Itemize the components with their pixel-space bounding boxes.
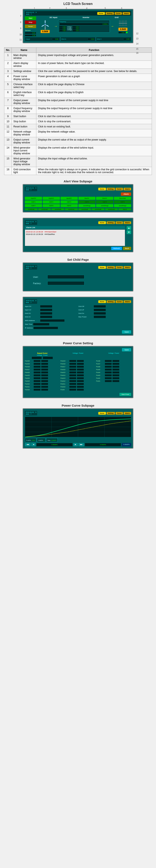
pcs-input-p-point11[interactable] xyxy=(77,383,84,385)
alert-btn-busov[interactable]: BusOV xyxy=(79,197,96,200)
alert-btn-igbt6[interactable]: IGBT6 xyxy=(114,200,131,204)
pcs-input-p-point17[interactable] xyxy=(77,366,84,368)
pcs-input-p-point10[interactable] xyxy=(77,386,84,388)
alert-bottom-btn-alarm3[interactable]: Alarm3 xyxy=(119,208,131,210)
alert-btn-igbt4[interactable]: IGBT4 xyxy=(79,200,96,204)
pcs-input-v-point5[interactable] xyxy=(105,368,112,371)
alert-log-tab-home[interactable]: Home xyxy=(98,221,106,224)
pcs-subpage-tabs[interactable]: Home Setting Curve Alarm xyxy=(98,412,131,414)
ip-field[interactable] xyxy=(33,327,58,329)
pcs-input-v-point21[interactable] xyxy=(33,386,41,388)
settings-sub-tabs[interactable]: Home Setting Curve Alarm xyxy=(98,300,131,303)
pcs-input-p-point30[interactable] xyxy=(41,360,48,362)
settings-tab-curve[interactable]: Curve xyxy=(116,300,123,303)
alert-bottom-btn-something7[interactable]: something7 xyxy=(65,208,77,210)
curve-btn-2[interactable]: ◀ xyxy=(31,443,36,446)
alert-btn-busuv[interactable]: BusUV xyxy=(96,197,113,200)
pcs-input-p-point13[interactable] xyxy=(77,377,84,379)
pcs-input-p-point7[interactable] xyxy=(112,363,120,365)
reset-button[interactable]: Reset xyxy=(25,25,36,28)
pcs-input-v-point8[interactable] xyxy=(105,360,112,362)
alert-btn-igbt3[interactable]: IGBT3 xyxy=(61,200,78,204)
ams-field[interactable] xyxy=(40,319,65,322)
pcs-input-v-point12[interactable] xyxy=(69,380,76,382)
settings-tab-setting[interactable]: Setting xyxy=(106,300,115,303)
curve-btn-1[interactable]: ◀◀ xyxy=(25,443,31,446)
alert-btn-something3[interactable]: something3 xyxy=(114,204,131,207)
pcs-input-p-point21[interactable] xyxy=(41,386,48,388)
alert-btn-something1[interactable]: something1 xyxy=(79,204,96,207)
pcs-input-p-point27[interactable] xyxy=(41,368,48,371)
start-point-btn[interactable]: Start Point xyxy=(120,393,131,396)
pcs-input-v-point1[interactable] xyxy=(105,380,112,382)
user-input[interactable] xyxy=(48,275,84,279)
pcs-input-p-point20[interactable] xyxy=(41,389,48,391)
alert-tab-setting[interactable]: Setting xyxy=(106,188,115,190)
alert-bottom-btn-something9[interactable]: something9 xyxy=(92,208,104,210)
pcs-input-p-point4[interactable] xyxy=(112,371,120,374)
pcs-input-p-point22[interactable] xyxy=(41,383,48,385)
pcs-input-v-point26[interactable] xyxy=(33,371,41,374)
nav-tabs-lcd[interactable]: Home Setting Curve Alarm xyxy=(97,12,130,15)
alert-bottom-btn-something4[interactable]: something4 xyxy=(25,208,37,210)
pcs-input-p-point12[interactable] xyxy=(77,380,84,382)
rated-power-input[interactable] xyxy=(43,356,53,359)
alarm-dismiss-btn[interactable]: Alarm xyxy=(121,192,131,196)
pcs-input-p-point25[interactable] xyxy=(41,374,48,376)
grid-uf-field[interactable] xyxy=(94,309,106,311)
pcs-input-p-point15[interactable] xyxy=(77,371,84,374)
pcs-input-v-point25[interactable] xyxy=(33,374,41,376)
scroll-up-btn[interactable]: ▲ xyxy=(127,226,131,230)
curve-btn-3[interactable]: ▶ xyxy=(73,443,78,446)
save-btn[interactable]: Save xyxy=(122,330,131,334)
pcs-input-p-point29[interactable] xyxy=(41,363,48,365)
alert-log-nav-tabs[interactable]: Home Setting Curve Alarm xyxy=(98,221,131,224)
grid-uv-field[interactable] xyxy=(40,315,52,318)
alert-log-tab-curve[interactable]: Curve xyxy=(116,221,123,224)
alert-btn-igbt5[interactable]: IGBT5 xyxy=(96,200,113,204)
pcs-input-v-point13[interactable] xyxy=(69,377,76,379)
alert-btn-inputov[interactable]: InputOV xyxy=(25,197,42,200)
pcs-tab-home[interactable]: Home xyxy=(98,412,106,414)
pcs-input-p-point5[interactable] xyxy=(112,368,120,371)
pcs-input-v-point11[interactable] xyxy=(69,383,76,385)
pcs-input-v-point3[interactable] xyxy=(105,374,112,376)
factory-input[interactable] xyxy=(48,281,84,285)
curve-btn-4[interactable]: ▶▶ xyxy=(79,443,84,446)
alert-nav-tabs[interactable]: Home Setting Curve Alarm xyxy=(98,188,131,190)
pcs-input-p-point6[interactable] xyxy=(112,366,120,368)
nav-tab-home[interactable]: Home xyxy=(97,12,105,15)
nav-tab-setting[interactable]: Setting xyxy=(105,12,114,15)
pcs-input-v-point15[interactable] xyxy=(69,371,76,374)
pcs-input-p-point19[interactable] xyxy=(77,360,84,362)
pcs-input-p-point9[interactable] xyxy=(77,389,84,391)
pcs-input-p-point3[interactable] xyxy=(112,374,120,376)
alert-tab-home[interactable]: Home xyxy=(98,188,106,190)
pcs-input-v-point4[interactable] xyxy=(105,371,112,374)
pcs-input-p-point18[interactable] xyxy=(77,363,84,365)
alert-tab-alarm[interactable]: Alarm xyxy=(124,188,131,190)
pcs-tab-alarm[interactable]: Alarm xyxy=(124,412,131,414)
alert-log-tab-setting[interactable]: Setting xyxy=(106,221,115,224)
pcs-tab-curve[interactable]: Curve xyxy=(116,412,123,414)
pcs-input-v-point28[interactable] xyxy=(33,366,41,368)
grid-on-field[interactable] xyxy=(94,312,106,315)
scroll-down-btn[interactable]: ▼ xyxy=(127,230,131,234)
pcs-input-p-point1[interactable] xyxy=(112,380,120,382)
input-uv-field[interactable] xyxy=(40,309,52,311)
pcs-input-p-point2[interactable] xyxy=(112,377,120,379)
set-tab-home[interactable]: Home xyxy=(98,266,106,269)
alert-bottom-btn-something5[interactable]: something5 xyxy=(38,208,51,210)
alert-bottom-btn-something10[interactable]: something10 xyxy=(105,208,118,210)
pcs-input-p-point24[interactable] xyxy=(41,377,48,379)
pcs-save-btn[interactable]: Save xyxy=(122,348,131,351)
settings-tab-alarm[interactable]: Alarm xyxy=(124,300,131,303)
pcs-input-v-point30[interactable] xyxy=(33,360,41,362)
input-ov-field[interactable] xyxy=(40,305,52,308)
pcs-input-v-point16[interactable] xyxy=(69,368,76,371)
alert-log-tab-alarm[interactable]: Alarm xyxy=(124,221,131,224)
set-tab-alarm[interactable]: Alarm xyxy=(124,266,131,269)
alert-btn-busunbal[interactable]: BusUnbal xyxy=(114,197,131,200)
alert-btn-igbt8[interactable]: IGBT8 xyxy=(43,204,60,207)
pcs-input-v-point20[interactable] xyxy=(33,389,41,391)
